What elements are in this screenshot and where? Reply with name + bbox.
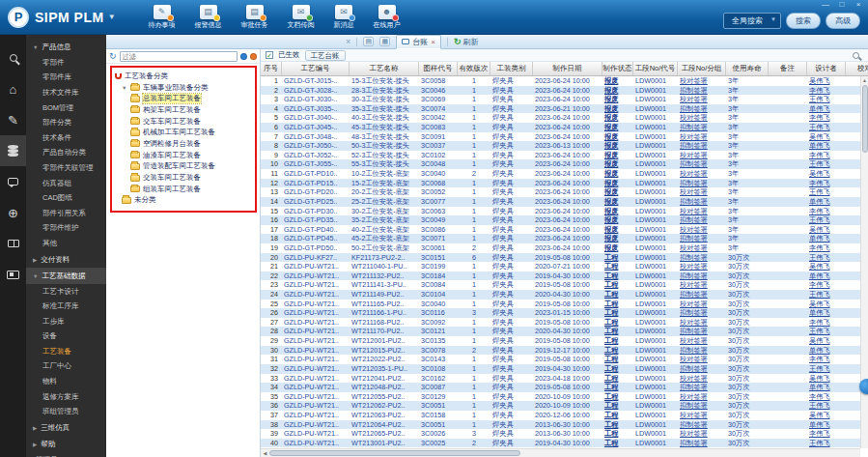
sidebar-item[interactable]: 工艺卡设计 [26,284,106,300]
table-row[interactable]: 32GZLD-PU-WT21..WT212035-1-PU..3C01081焊夹… [261,364,868,374]
horizontal-scroll-thumb[interactable] [269,450,520,456]
table-row[interactable]: 13GZLD-GT-PD20..20-2工位安装-底架3C00521焊夹具202… [261,187,868,197]
doc-view-icon[interactable]: ▤ [363,37,374,46]
magnifier-icon[interactable] [853,52,859,59]
sidebar-item[interactable]: 班组管理员 [26,404,106,419]
table-row[interactable]: 6GZLD-GT-J045-..45-3工位安装-接头3C00831焊夹具202… [261,123,868,132]
sidebar-item[interactable]: 标准工序库 [26,299,106,314]
table-row[interactable]: 28GZLD-PU-WT21..WT211170-PU2..3C01211焊夹具… [261,327,868,336]
table-row[interactable]: 11GZLD-GT-PD10..10-2工位安装-底架3C00402焊夹具202… [261,169,868,179]
expand-all-button[interactable] [240,53,247,60]
table-row[interactable]: 15GZLD-GT-PD30..30-2工位安装-底架3C00631焊夹具202… [261,207,868,216]
sidebar-group-1[interactable]: ▶交付资料 [26,251,106,268]
side-panel-handle[interactable] [859,379,868,394]
column-header[interactable]: 校对 [846,62,868,75]
sidebar-item[interactable]: 工厂中心 [26,359,106,375]
column-header[interactable]: 备注 [769,62,807,75]
table-row[interactable]: 5GZLD-GT-J040-..40-3工位安装-接头3C00421焊夹具202… [261,113,868,123]
tool-todo-doc[interactable]: ✎待办事项 [149,5,176,30]
table-row[interactable]: 37GZLD-PU-WT21..WT212063-PU2..3C01581焊夹具… [261,411,868,420]
table-row[interactable]: 7GZLD-GT-J048-..48-3工位安装-接头3C00911焊夹具202… [261,132,868,142]
sidebar-group-2[interactable]: ▼工艺基础数据 [26,268,106,284]
column-header[interactable]: 工装类别 [490,62,533,75]
column-header[interactable]: 图样代号 [419,62,458,75]
tree-parent-node[interactable]: ▼ 车辆事业部装备分类 [115,82,253,94]
table-row[interactable]: 12GZLD-GT-PD15..15-2工位安装-底架3C00681焊夹具202… [261,179,868,188]
strip-book-icon[interactable] [0,228,26,259]
tab-ledger[interactable]: 台账 × [396,35,441,49]
table-row[interactable]: 34GZLD-PU-WT21..WT212048-PU2..3C00871焊夹具… [261,383,868,392]
sidebar-item[interactable]: 仿真器组 [26,176,106,191]
column-header[interactable]: 使用寿命 [726,62,769,75]
table-row[interactable]: 35GZLD-PU-WT21..WT212055-PU2..3C01291焊夹具… [261,392,868,402]
sidebar-item[interactable]: 返修方案库 [26,389,106,405]
close-icon[interactable]: × [346,37,350,46]
search-scope-dropdown[interactable]: 全局搜索 ▼ [723,13,781,29]
column-header[interactable]: 制作日期 [533,62,602,75]
sidebar-item[interactable]: 零部件关联管理 [26,160,106,176]
sidebar-item[interactable]: 技术文件库 [26,85,106,100]
sidebar-item[interactable]: 工步库 [26,314,106,329]
strip-id-card-icon[interactable] [0,259,26,290]
table-row[interactable]: 24GZLD-PU-WT21..WT211149-PU2..3C01041焊夹具… [261,290,868,300]
table-row[interactable]: 3GZLD-GT-J030-..30-3工位安装-接头3C00691焊夹具202… [261,95,868,104]
column-header[interactable]: 工段No/代号 [633,62,678,75]
column-header[interactable]: 制作状态 [602,62,633,75]
table-row[interactable]: 2GZLD-GT-J028-..28-3工位安装-接头3C00461焊夹具202… [261,86,868,96]
sidebar-item[interactable]: 技术条件 [26,130,106,146]
app-menu-caret-icon[interactable]: ▼ [108,13,116,21]
print-icon[interactable]: ▦ [379,37,390,46]
sidebar-item[interactable]: 零部件维护 [26,221,106,237]
table-row[interactable]: 38GZLD-PU-WT21..WT212064-PU2..3C00511焊夹具… [261,420,868,430]
sidebar-item[interactable]: 部件引用关系 [26,206,106,221]
tree-node[interactable]: 构架车间工艺装备 [115,104,253,116]
tool-approve-doc[interactable]: ▤审批任务 [241,5,268,30]
table-row[interactable]: 40GZLD-PU-WT21..WT213001-PU2..3C00252焊夹具… [261,439,868,448]
scroll-up-icon[interactable]: ▲ [862,76,867,84]
table-row[interactable]: 4GZLD-GT-J035-..35-3工位安装-接头3C00741焊夹具202… [261,104,868,114]
tool-mail-new[interactable]: ✉新消息 [334,5,354,30]
sidebar-group-0[interactable]: ▼产品信息 [26,39,106,55]
sidebar-item[interactable]: 工艺装备 [26,344,106,359]
column-header[interactable]: 工艺名称 [350,62,419,75]
tab-close-icon[interactable]: × [431,38,435,46]
minimize-button[interactable]: — [820,1,831,9]
tree-node[interactable]: 油漆车间工艺装备 [115,150,253,161]
table-row[interactable]: 9GZLD-GT-J052-..52-3工位安装-接头3C01021焊夹具202… [261,151,868,160]
tool-online-users[interactable]: ☻在线用户 [374,5,401,30]
sidebar-item-admin[interactable]: 管理员 [26,452,106,457]
search-button[interactable]: 搜索 [786,13,821,29]
table-row[interactable]: 29GZLD-PU-WT21..WT212001-PU2..3C01351焊夹具… [261,336,868,346]
table-row[interactable]: 36GZLD-PU-WT21..WT212062-PU2..3C00511焊夹具… [261,401,868,411]
sidebar-item[interactable]: BOM管理 [26,100,106,116]
table-row[interactable]: 20GZLD-PU-KF27..KF21173-PU2-2..3C01516焊夹… [261,253,868,263]
tree-root-node[interactable]: 工艺装备分类 [115,71,253,82]
strip-database-icon[interactable] [0,135,26,166]
sidebar-item[interactable]: 零部件库 [26,71,106,86]
tool-mail-send[interactable]: ✉文档传阅 [288,5,315,30]
table-row[interactable]: 1GZLD-GT-J015-..15-3工位安装-接头3C00581焊夹具202… [261,76,868,86]
sidebar-item[interactable]: 部件分类 [26,115,106,130]
sidebar-item[interactable]: 其他 [26,236,106,251]
maximize-button[interactable]: □ [836,1,848,9]
tool-alert-doc[interactable]: ▤报警信息 [195,5,222,30]
table-row[interactable]: 26GZLD-PU-WT21..WT211166-1-PU..3C01163焊夹… [261,308,868,318]
table-row[interactable]: 14GZLD-GT-PD25..25-2工位安装-底架3C00771焊夹具202… [261,197,868,207]
table-row[interactable]: 18GZLD-GT-PD45..45-2工位安装-底架3C00711焊夹具202… [261,234,868,243]
table-row[interactable]: 31GZLD-PU-WT21..WT212022-PU2..3C01431焊夹具… [261,355,868,364]
sidebar-group-3[interactable]: ▶三维仿真 [26,419,106,436]
strip-user-search-icon[interactable] [0,43,26,73]
tree-node[interactable]: 空调检修月台装备 [115,138,253,150]
sidebar-item[interactable]: CAD图纸 [26,190,106,206]
tree-node[interactable]: 管道装配车间工艺装备 [115,161,253,173]
sidebar-item[interactable]: 产品自动分类 [26,146,106,161]
column-header[interactable]: 有效版次 [458,62,490,75]
table-row[interactable]: 27GZLD-PU-WT21..WT211168-PU2..3C00921焊夹具… [261,318,868,328]
collapse-all-button[interactable] [250,53,257,60]
column-header[interactable]: 工艺编号 [282,62,350,75]
strip-edit-icon[interactable]: ✎ [0,104,26,135]
tree-node[interactable]: 总装车间工艺装备 [115,93,253,104]
table-row[interactable]: 10GZLD-GT-J055-..55-3工位安装-接头3C00481焊夹具20… [261,159,868,169]
strip-home-icon[interactable]: ⌂ [0,73,26,104]
close-button[interactable]: × [853,1,864,9]
